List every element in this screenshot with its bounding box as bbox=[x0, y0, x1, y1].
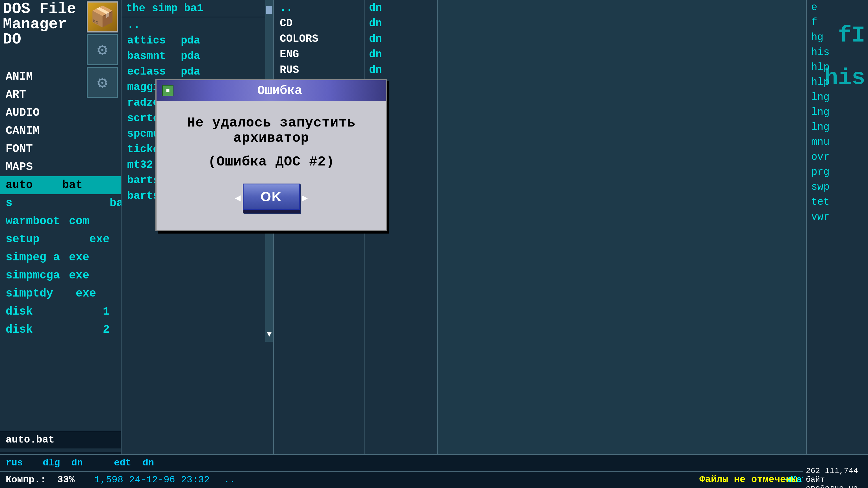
list-item[interactable]: CANIM bbox=[0, 122, 121, 140]
list-item[interactable]: simpeg a exe bbox=[0, 249, 121, 267]
middle-header: the simp ba1 bbox=[126, 2, 204, 14]
panel-title-do: DO bbox=[3, 32, 21, 47]
ok-button[interactable]: OK bbox=[243, 184, 300, 213]
list-item[interactable]: .. bbox=[122, 17, 273, 33]
rus-label: rus bbox=[6, 457, 23, 468]
list-item[interactable]: dn bbox=[365, 15, 437, 31]
list-item[interactable]: RUS bbox=[274, 62, 364, 78]
fr-item: ovr bbox=[807, 150, 868, 165]
list-item[interactable]: simptdy exe bbox=[0, 285, 121, 303]
right-panel-1: .. CD COLORS ENG RUS ▼ bbox=[274, 0, 365, 488]
list-item[interactable]: .. bbox=[274, 0, 364, 15]
dn2-label: dn bbox=[143, 457, 154, 468]
ellipsis: .. bbox=[224, 475, 236, 485]
fi-text: fI bbox=[838, 23, 865, 48]
size-info: 1,598 24-12-96 23:32 bbox=[94, 475, 210, 485]
ok-button-inner: OK bbox=[243, 184, 300, 210]
dialog-message-line2: (Ошибка ДОС #2) bbox=[168, 154, 375, 169]
bytes-info: 262 111,744 байт свободно нa bbox=[803, 471, 868, 488]
list-item[interactable]: eclass pda bbox=[122, 64, 273, 79]
list-item-auto-bat[interactable]: auto bat bbox=[0, 176, 121, 194]
list-item[interactable]: attics pda bbox=[122, 33, 273, 48]
list-item[interactable]: dn bbox=[365, 46, 437, 62]
dialog-icon: ■ bbox=[162, 85, 174, 96]
left-panel: DOS File Manager DO 📦 ⚙ ⚙ ANIM ART AUDIO bbox=[0, 0, 122, 488]
panel-title-mi: DOS File Manager bbox=[3, 1, 82, 32]
fr-item: vwr bbox=[807, 209, 868, 225]
list-item[interactable]: MAPS bbox=[0, 158, 121, 176]
list-item[interactable]: dn bbox=[365, 62, 437, 78]
ok-arrow-right: ► bbox=[302, 193, 308, 204]
far-right-panel: e f hg his hlp hlp lng lng lng mnu ovr p… bbox=[806, 0, 868, 488]
list-item[interactable]: FONT bbox=[0, 140, 121, 158]
right-panel-2: dn dn dn dn dn bbox=[365, 0, 438, 488]
fr-item: prg bbox=[807, 165, 868, 180]
his-text: his bbox=[825, 65, 865, 91]
list-item[interactable]: CD bbox=[274, 15, 364, 31]
bytes-label: 262 111,744 байт свободно нa bbox=[806, 466, 865, 488]
main-background: DOS File Manager DO 📦 ⚙ ⚙ ANIM ART AUDIO bbox=[0, 0, 868, 488]
list-item[interactable]: AUDIO bbox=[0, 104, 121, 122]
ok-arrow-left: ◄ bbox=[235, 193, 241, 204]
dn1-label: dn bbox=[71, 457, 83, 468]
list-item[interactable]: setup exe bbox=[0, 230, 121, 249]
status-filename: auto.bat bbox=[6, 434, 115, 446]
dialog-body: Не удалось запустить архиватор (Ошибка Д… bbox=[157, 101, 386, 230]
middle-panel: the simp ba1 .. attics pda basmnt pda ec… bbox=[122, 0, 274, 488]
dialog-message-line1: Не удалось запустить архиватор bbox=[168, 115, 375, 146]
fr-item: swp bbox=[807, 180, 868, 195]
fr-item: lng bbox=[807, 90, 868, 105]
dlg-label: dlg bbox=[43, 457, 60, 468]
dialog-title-bar: ■ Ошибка bbox=[157, 80, 386, 101]
fr-item: lng bbox=[807, 105, 868, 120]
edt-label: edt bbox=[114, 457, 131, 468]
list-item[interactable]: dn bbox=[365, 31, 437, 46]
icon-box-gold: 📦 bbox=[87, 1, 118, 32]
icon-box-blue: ⚙ bbox=[87, 34, 118, 65]
fr-item: e bbox=[807, 0, 868, 15]
kompr-value: 33% bbox=[57, 475, 74, 485]
footer-info: Файлы не отмечены bbox=[694, 471, 803, 488]
fr-item: lng bbox=[807, 120, 868, 135]
list-item[interactable]: s bat bbox=[0, 194, 121, 213]
icon-box-gear2: ⚙ bbox=[87, 67, 118, 98]
list-item[interactable]: simpmcga exe bbox=[0, 267, 121, 285]
dialog-title: Ошибка bbox=[179, 84, 380, 98]
list-item[interactable]: dn bbox=[365, 0, 437, 15]
fr-item: mnu bbox=[807, 135, 868, 150]
fr-item: tet bbox=[807, 195, 868, 209]
button-shadow bbox=[243, 210, 300, 213]
left-file-list: ANIM ART AUDIO CANIM FONT MAPS auto bat bbox=[0, 65, 121, 342]
dialog-ok-container: ◄ OK ► bbox=[168, 184, 375, 213]
bottom-bar-2: rus dlg dn edt dn bbox=[0, 454, 868, 471]
list-item[interactable]: COLORS bbox=[274, 31, 364, 46]
files-not-marked: Файлы не отмечены bbox=[699, 474, 797, 485]
kompr-label: Компр.: bbox=[6, 475, 46, 485]
list-item[interactable]: basmnt pda bbox=[122, 48, 273, 64]
list-item[interactable]: disk 1 bbox=[0, 303, 121, 321]
list-item[interactable]: disk 2 bbox=[0, 321, 121, 339]
error-dialog: ■ Ошибка Не удалось запустить архиватор … bbox=[155, 79, 387, 231]
list-item[interactable]: ENG bbox=[274, 46, 364, 62]
list-item[interactable]: warmboot com bbox=[0, 213, 121, 230]
